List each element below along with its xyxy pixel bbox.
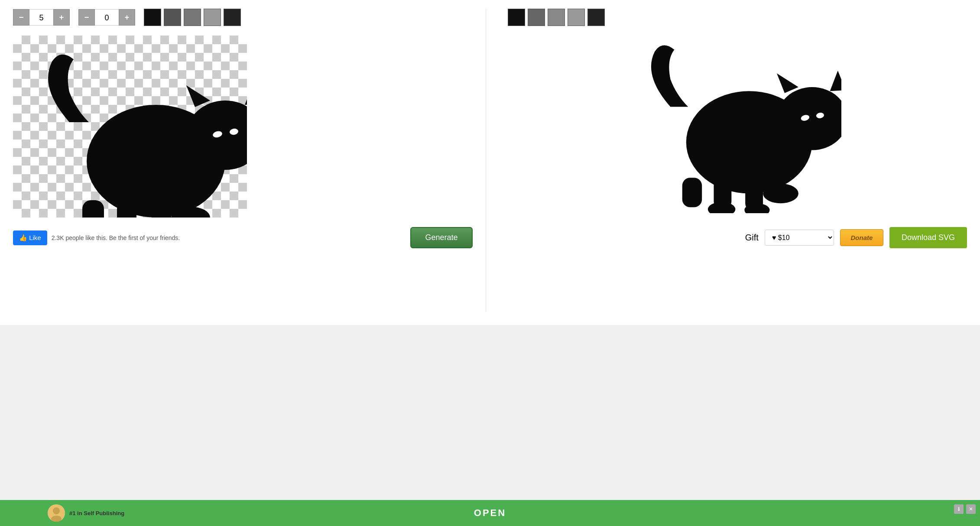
- download-row: Gift ♥ $10 ♥ $5 ♥ $20 ♥ $50 Donate Downl…: [508, 227, 967, 248]
- left-color-swatches: [144, 9, 241, 26]
- svg-marker-3: [245, 82, 247, 105]
- stepper2-plus-button[interactable]: +: [119, 9, 135, 26]
- svg-rect-5: [117, 200, 136, 218]
- svg-rect-4: [193, 122, 227, 148]
- left-swatch-5[interactable]: [224, 9, 241, 26]
- donate-button[interactable]: Donate: [840, 229, 883, 246]
- svg-point-21: [763, 184, 798, 203]
- panel-divider: [486, 9, 486, 312]
- left-panel: − 5 + − 0 +: [13, 9, 473, 312]
- right-swatch-4[interactable]: [568, 9, 585, 26]
- svg-marker-15: [777, 73, 798, 93]
- svg-marker-16: [830, 71, 841, 91]
- action-row: 👍 Like 2.3K people like this. Be the fir…: [13, 227, 473, 248]
- right-swatch-5[interactable]: [587, 9, 605, 26]
- download-svg-button[interactable]: Download SVG: [889, 227, 967, 248]
- right-panel: Gift ♥ $10 ♥ $5 ♥ $20 ♥ $50 Donate Downl…: [499, 9, 967, 312]
- like-area: 👍 Like 2.3K people like this. Be the fir…: [13, 231, 180, 245]
- stepper2-value: 0: [95, 9, 119, 26]
- right-color-swatches: [508, 9, 967, 26]
- left-swatch-4[interactable]: [204, 9, 221, 26]
- svg-rect-17: [782, 107, 814, 131]
- left-swatch-2[interactable]: [164, 9, 181, 26]
- right-swatch-3[interactable]: [548, 9, 565, 26]
- like-count-text: 2.3K people like this. Be the first of y…: [52, 234, 180, 241]
- left-canvas-area: [13, 36, 247, 218]
- svg-point-22: [708, 202, 736, 213]
- right-cat-svg: [633, 40, 841, 213]
- gift-select[interactable]: ♥ $10 ♥ $5 ♥ $20 ♥ $50: [765, 230, 834, 246]
- left-swatch-3[interactable]: [184, 9, 201, 26]
- svg-rect-7: [82, 200, 104, 218]
- right-swatch-1[interactable]: [508, 9, 525, 26]
- main-container: − 5 + − 0 +: [0, 0, 980, 325]
- stepper1-value: 5: [29, 9, 53, 26]
- stepper1-plus-button[interactable]: +: [53, 9, 70, 26]
- controls-row: − 5 + − 0 +: [13, 9, 473, 26]
- left-cat-svg: [13, 36, 247, 218]
- stepper2-minus-button[interactable]: −: [78, 9, 95, 26]
- left-swatch-1[interactable]: [144, 9, 161, 26]
- svg-rect-20: [682, 178, 701, 207]
- stepper1-minus-button[interactable]: −: [13, 9, 29, 26]
- stepper-2: − 0 +: [78, 9, 135, 26]
- like-button[interactable]: 👍 Like: [13, 231, 47, 245]
- right-cat-preview: [508, 36, 967, 218]
- svg-marker-2: [186, 85, 210, 107]
- gift-label: Gift: [745, 233, 759, 243]
- stepper-1: − 5 +: [13, 9, 70, 26]
- right-swatch-2[interactable]: [528, 9, 545, 26]
- generate-button[interactable]: Generate: [410, 227, 472, 248]
